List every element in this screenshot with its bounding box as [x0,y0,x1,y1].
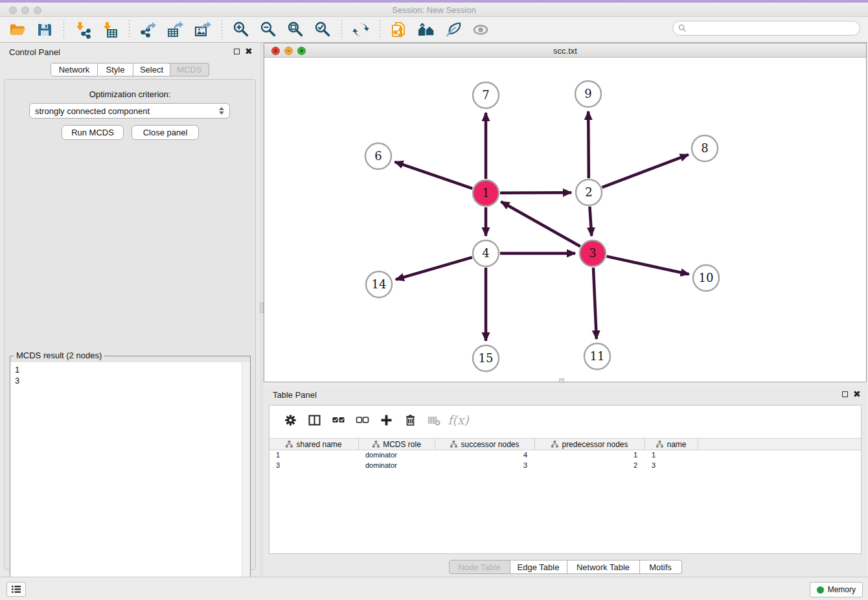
export-image-button[interactable] [189,19,216,40]
node-15[interactable]: 15 [473,345,499,371]
node-14[interactable]: 14 [366,271,392,297]
node-6[interactable]: 6 [365,143,391,169]
apply-layout-button[interactable] [347,19,374,40]
add-column-button[interactable] [374,411,398,428]
network-view-frame: × – + scc.txt 7968124314101511 [264,43,867,382]
show-graphics-button[interactable] [440,19,467,40]
node-label-1: 1 [482,186,489,200]
delete-table-button[interactable] [422,411,446,428]
node-1[interactable]: 1 [473,180,499,206]
criterion-dropdown[interactable]: strongly connected component [29,103,230,119]
fx-icon: f(x) [448,413,469,427]
tab-select[interactable]: Select [133,63,170,76]
result-scrollbar[interactable] [242,362,250,600]
edge-2-8[interactable] [602,155,689,188]
horizontal-splitter-grip-icon[interactable] [559,378,564,383]
export-table-button[interactable] [162,19,189,40]
tab-motifs[interactable]: Motifs [640,560,682,574]
tab-style[interactable]: Style [98,63,133,76]
edge-1-2[interactable] [500,192,571,193]
node-11[interactable]: 11 [584,343,610,369]
column-header-MCDS-role[interactable]: MCDS role [359,439,435,450]
zoom-selected-button[interactable] [309,19,336,40]
column-header-label: predecessor nodes [562,440,628,449]
memory-button-label: Memory [828,585,856,594]
zoom-out-button[interactable] [255,19,282,40]
open-file-button[interactable] [4,19,31,40]
control-panel-header: Control Panel ✖ [0,43,260,62]
task-history-button[interactable] [6,582,26,597]
table-cell: 3 [645,461,698,471]
memory-button[interactable]: Memory [810,582,863,597]
run-mcds-button[interactable]: Run MCDS [62,125,124,140]
node-7[interactable]: 7 [473,82,499,108]
edge-3-10[interactable] [606,257,689,275]
node-3[interactable]: 3 [580,240,606,266]
column-type-icon [372,441,380,448]
table-panel-tabs: Node TableEdge TableNetwork TableMotifs [264,560,867,574]
node-10[interactable]: 10 [693,265,719,291]
network-canvas[interactable]: 7968124314101511 [264,58,866,382]
first-neighbors-button[interactable] [413,19,440,40]
tab-network[interactable]: Network [51,63,98,76]
zoom-in-button[interactable] [227,19,255,40]
tab-node-table[interactable]: Node Table [449,560,510,574]
edge-4-14[interactable] [396,257,472,279]
search-field[interactable] [672,21,860,36]
column-header-successor-nodes[interactable]: successor nodes [435,439,535,450]
float-panel-icon[interactable] [234,49,240,54]
zoom-fit-button[interactable] [282,19,309,40]
mcds-result-text[interactable]: 1 3 [10,362,250,600]
table-row[interactable]: 1dominator411 [269,450,861,461]
close-panel-icon[interactable]: ✖ [245,46,253,56]
add-column-icon [380,413,393,427]
edge-3-11[interactable] [593,268,597,339]
export-table-icon [166,21,185,39]
hide-graphics-button[interactable] [467,19,494,40]
zoom-selected-icon [314,21,332,39]
node-label-10: 10 [699,271,714,284]
table-close-panel-icon[interactable]: ✖ [853,389,861,399]
delete-column-button[interactable] [398,411,422,428]
criterion-dropdown-value: strongly connected component [35,106,150,116]
show-column-panel-button[interactable] [303,411,326,428]
node-label-2: 2 [585,185,592,199]
edge-1-6[interactable] [395,162,473,189]
save-session-button[interactable] [31,19,58,40]
mcds-tab-content: Optimization criterion: strongly connect… [4,79,256,570]
main-titlebar: Session: New Session [0,3,868,17]
column-header-name[interactable]: name [645,439,698,450]
import-table-button[interactable] [97,19,124,40]
tab-edge-table[interactable]: Edge Table [510,560,567,574]
search-input[interactable] [687,24,860,33]
node-2[interactable]: 2 [576,179,602,205]
new-network-from-selection-button[interactable] [385,19,413,40]
export-network-button[interactable] [135,19,162,40]
function-builder-button[interactable]: f(x) [446,411,470,428]
close-panel-button[interactable]: Close panel [131,125,199,140]
table-cell: 1 [535,450,645,461]
node-4[interactable]: 4 [473,240,499,266]
apply-layout-icon [352,21,370,39]
node-9[interactable]: 9 [575,81,601,107]
tab-network-table[interactable]: Network Table [567,560,640,574]
settings-gear-button[interactable] [279,411,303,428]
edge-2-3[interactable] [589,207,591,236]
table-float-panel-icon[interactable] [842,391,848,397]
import-network-button[interactable] [69,19,97,40]
column-header-predecessor-nodes[interactable]: predecessor nodes [535,439,645,450]
deselect-all-button[interactable] [350,411,374,428]
edge-2-9[interactable] [588,111,589,178]
table-row[interactable]: 3dominator323 [269,461,861,471]
node-label-4: 4 [482,246,489,260]
node-8[interactable]: 8 [692,135,718,161]
select-all-button[interactable] [326,411,350,428]
edge-3-1[interactable] [501,202,580,246]
tab-mcds[interactable]: MCDS [170,63,209,76]
control-panel-title: Control Panel [9,47,60,57]
node-label-9: 9 [584,87,591,100]
node-label-6: 6 [374,149,382,163]
import-table-icon [101,21,119,39]
column-header-shared-name[interactable]: shared name [269,439,359,450]
table-cell: 1 [269,450,359,461]
